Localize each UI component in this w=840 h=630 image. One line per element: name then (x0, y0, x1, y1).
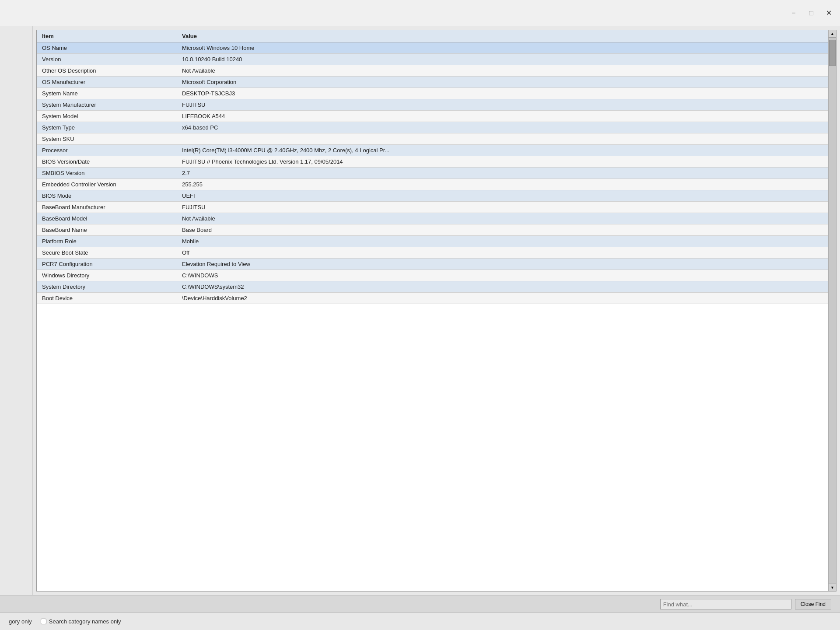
table-wrapper: Item Value OS NameMicrosoft Windows 10 H… (36, 30, 836, 592)
bottom-bar: Close Find gory only Search category nam… (0, 595, 840, 630)
cell-value: 255.255 (177, 179, 828, 190)
cell-item: OS Manufacturer (37, 77, 177, 88)
scrollbar-thumb[interactable] (829, 40, 836, 66)
cell-item: System Manufacturer (37, 99, 177, 111)
table-row[interactable]: Other OS DescriptionNot Available (37, 65, 828, 77)
table-row[interactable]: Version10.0.10240 Build 10240 (37, 54, 828, 65)
cell-item: Embedded Controller Version (37, 179, 177, 190)
close-button[interactable]: ✕ (822, 8, 836, 18)
table-row[interactable]: System DirectoryC:\WINDOWS\system32 (37, 281, 828, 293)
cell-value: x64-based PC (177, 122, 828, 133)
table-row[interactable]: Windows DirectoryC:\WINDOWS (37, 270, 828, 281)
search-category-label: Search category names only (49, 618, 121, 625)
search-bar: gory only Search category names only (0, 613, 840, 630)
cell-value: Microsoft Corporation (177, 77, 828, 88)
table-row[interactable]: Boot Device\Device\HarddiskVolume2 (37, 293, 828, 304)
column-header-item: Item (37, 30, 177, 42)
main-container: Item Value OS NameMicrosoft Windows 10 H… (0, 26, 840, 595)
column-header-value: Value (177, 30, 828, 42)
category-prefix-label: gory only (9, 618, 32, 625)
table-row[interactable]: BaseBoard ManufacturerFUJITSU (37, 202, 828, 213)
cell-value: DESKTOP-TSJCBJ3 (177, 88, 828, 99)
sidebar (0, 26, 33, 595)
table-row[interactable]: System SKU (37, 133, 828, 145)
restore-button[interactable]: □ (804, 8, 818, 18)
cell-item: System Model (37, 111, 177, 122)
cell-value: FUJITSU // Phoenix Technologies Ltd. Ver… (177, 156, 828, 168)
cell-value: Microsoft Windows 10 Home (177, 42, 828, 54)
cell-value: UEFI (177, 190, 828, 202)
table-row[interactable]: BaseBoard ModelNot Available (37, 213, 828, 224)
table-row[interactable]: Platform RoleMobile (37, 236, 828, 247)
cell-value: C:\WINDOWS\system32 (177, 281, 828, 293)
table-row[interactable]: PCR7 ConfigurationElevation Required to … (37, 259, 828, 270)
cell-value: Off (177, 247, 828, 259)
table-row[interactable]: Embedded Controller Version255.255 (37, 179, 828, 190)
scroll-arrow-down[interactable]: ▼ (829, 584, 836, 591)
cell-item: Processor (37, 145, 177, 156)
cell-value: Elevation Required to View (177, 259, 828, 270)
close-find-button[interactable]: Close Find (795, 599, 831, 609)
table-row[interactable]: System ModelLIFEBOOK A544 (37, 111, 828, 122)
table-row[interactable]: OS ManufacturerMicrosoft Corporation (37, 77, 828, 88)
cell-item: Version (37, 54, 177, 65)
cell-item: BIOS Version/Date (37, 156, 177, 168)
find-bar: Close Find (0, 596, 840, 613)
table-scroll[interactable]: Item Value OS NameMicrosoft Windows 10 H… (37, 30, 828, 591)
find-input[interactable] (660, 599, 791, 609)
table-header: Item Value (37, 30, 828, 42)
cell-value: Not Available (177, 65, 828, 77)
table-row[interactable]: Secure Boot StateOff (37, 247, 828, 259)
cell-item: System Directory (37, 281, 177, 293)
cell-value: Base Board (177, 224, 828, 236)
cell-value: 2.7 (177, 168, 828, 179)
table-row[interactable]: BIOS ModeUEFI (37, 190, 828, 202)
cell-value (177, 133, 828, 145)
title-bar: − □ ✕ (0, 0, 840, 26)
cell-item: PCR7 Configuration (37, 259, 177, 270)
table-row[interactable]: System NameDESKTOP-TSJCBJ3 (37, 88, 828, 99)
cell-item: System SKU (37, 133, 177, 145)
cell-value: FUJITSU (177, 202, 828, 213)
table-row[interactable]: ProcessorIntel(R) Core(TM) i3-4000M CPU … (37, 145, 828, 156)
cell-item: Platform Role (37, 236, 177, 247)
cell-item: System Name (37, 88, 177, 99)
cell-item: BaseBoard Manufacturer (37, 202, 177, 213)
cell-value: \Device\HarddiskVolume2 (177, 293, 828, 304)
table-row[interactable]: BIOS Version/DateFUJITSU // Phoenix Tech… (37, 156, 828, 168)
cell-item: SMBIOS Version (37, 168, 177, 179)
table-row[interactable]: SMBIOS Version2.7 (37, 168, 828, 179)
scroll-arrow-up[interactable]: ▲ (829, 30, 836, 38)
table-row[interactable]: BaseBoard NameBase Board (37, 224, 828, 236)
cell-value: Intel(R) Core(TM) i3-4000M CPU @ 2.40GHz… (177, 145, 828, 156)
window-controls: − □ ✕ (787, 8, 836, 18)
cell-item: BaseBoard Model (37, 213, 177, 224)
table-body: OS NameMicrosoft Windows 10 HomeVersion1… (37, 42, 828, 304)
table-row[interactable]: OS NameMicrosoft Windows 10 Home (37, 42, 828, 54)
table-row[interactable]: System ManufacturerFUJITSU (37, 99, 828, 111)
search-category-checkbox[interactable] (41, 619, 46, 624)
cell-value: FUJITSU (177, 99, 828, 111)
cell-value: 10.0.10240 Build 10240 (177, 54, 828, 65)
minimize-button[interactable]: − (787, 8, 801, 18)
cell-item: OS Name (37, 42, 177, 54)
cell-item: Boot Device (37, 293, 177, 304)
cell-item: System Type (37, 122, 177, 133)
cell-value: C:\WINDOWS (177, 270, 828, 281)
table-row[interactable]: System Typex64-based PC (37, 122, 828, 133)
scrollbar-thumb-area[interactable] (829, 38, 836, 584)
cell-item: BIOS Mode (37, 190, 177, 202)
cell-item: Secure Boot State (37, 247, 177, 259)
cell-value: Mobile (177, 236, 828, 247)
cell-item: Other OS Description (37, 65, 177, 77)
cell-item: BaseBoard Name (37, 224, 177, 236)
cell-value: LIFEBOOK A544 (177, 111, 828, 122)
scrollbar-track[interactable]: ▲ ▼ (828, 30, 836, 591)
cell-value: Not Available (177, 213, 828, 224)
cell-item: Windows Directory (37, 270, 177, 281)
system-info-table: Item Value OS NameMicrosoft Windows 10 H… (37, 30, 828, 304)
content-area: Item Value OS NameMicrosoft Windows 10 H… (33, 26, 840, 595)
